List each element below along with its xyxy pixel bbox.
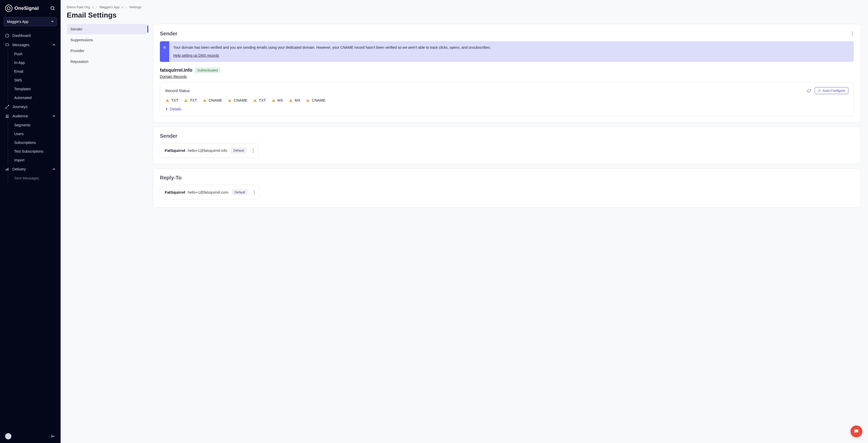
nav-journeys[interactable]: Journeys <box>0 102 61 112</box>
record-item: TXT <box>184 98 197 102</box>
nav-email[interactable]: Email <box>8 67 61 76</box>
svg-rect-10 <box>8 168 8 171</box>
nav-test-subscriptions[interactable]: Test Subscriptions <box>8 147 61 156</box>
nav-sms-label: SMS <box>14 78 22 82</box>
svg-point-15 <box>164 46 165 47</box>
details-toggle[interactable]: Details <box>165 107 848 111</box>
svg-line-1 <box>54 9 55 10</box>
default-tag: Default <box>232 189 248 195</box>
reply-to-card: Reply-To FatSquirrel hello+1@fatsquirrel… <box>153 168 861 208</box>
breadcrumb-org[interactable]: Demo Paid Org <box>67 5 94 9</box>
nav-import[interactable]: Import <box>8 156 61 164</box>
reply-to-email: hello+1@fatsquirrel.com <box>188 190 228 194</box>
app-selector[interactable]: Maggie's App <box>4 17 57 26</box>
sender-section-more-button[interactable] <box>851 30 854 37</box>
nav-dashboard-label: Dashboard <box>12 34 31 38</box>
refresh-icon <box>807 89 811 93</box>
nav-audience[interactable]: Audience <box>0 112 61 121</box>
tab-sender[interactable]: Sender <box>67 24 147 34</box>
warning-icon <box>272 98 276 102</box>
tab-reputation[interactable]: Reputation <box>67 57 147 67</box>
warning-icon <box>253 98 257 102</box>
settings-tabs: Sender Suppressions Provider Reputation <box>67 24 147 208</box>
user-avatar[interactable] <box>5 433 11 439</box>
collapse-icon <box>51 434 56 439</box>
nav-inapp-label: In-App <box>14 61 25 65</box>
sender-section-title: Sender <box>160 31 178 37</box>
svg-point-11 <box>852 32 853 32</box>
svg-rect-8 <box>6 169 6 170</box>
record-item: CNAME <box>228 98 247 102</box>
svg-rect-9 <box>7 168 7 170</box>
breadcrumb-separator: › <box>126 5 127 9</box>
refresh-records-button[interactable] <box>807 89 811 93</box>
journeys-icon <box>5 105 9 109</box>
svg-point-13 <box>852 35 853 36</box>
brand-logo[interactable]: OneSignal <box>5 5 39 12</box>
nav-templates[interactable]: Templates <box>8 85 61 93</box>
nav-test-subscriptions-label: Test Subscriptions <box>14 149 43 153</box>
nav-sent-messages[interactable]: Sent Messages <box>8 174 61 183</box>
warning-icon <box>203 98 207 102</box>
caret-down-icon <box>51 20 54 23</box>
main-content: Demo Paid Org › Maggie's App › Settings … <box>61 0 868 443</box>
nav-sms[interactable]: SMS <box>8 76 61 85</box>
tab-sender-label: Sender <box>70 27 83 31</box>
reply-to-item-more-button[interactable] <box>254 190 255 194</box>
nav-delivery[interactable]: Delivery <box>0 164 61 174</box>
record-status-box: Record Status Auto-Configure <box>160 82 854 116</box>
collapse-sidebar-button[interactable] <box>51 434 56 439</box>
record-item: TXT <box>253 98 266 102</box>
nav-inapp[interactable]: In-App <box>8 58 61 67</box>
chevron-up-icon <box>52 168 56 171</box>
svg-point-4 <box>5 108 6 108</box>
warning-icon <box>184 98 188 102</box>
breadcrumb-page: Settings <box>129 5 141 9</box>
nav-users[interactable]: Users <box>8 129 61 138</box>
tab-suppressions[interactable]: Suppressions <box>67 35 147 45</box>
svg-point-0 <box>51 6 54 9</box>
auto-configure-button[interactable]: Auto-Configure <box>815 87 848 94</box>
sender-item-more-button[interactable] <box>253 149 254 153</box>
dashboard-icon <box>5 34 9 38</box>
details-label: Details <box>170 107 181 111</box>
record-item: TXT <box>165 98 178 102</box>
svg-point-19 <box>253 152 254 152</box>
auth-badge: Authenticated <box>195 68 220 73</box>
svg-point-22 <box>254 193 255 194</box>
breadcrumb-app[interactable]: Maggie's App <box>99 5 124 9</box>
nav-automated[interactable]: Automated <box>8 93 61 102</box>
svg-point-6 <box>6 115 7 116</box>
chevron-up-icon <box>52 115 56 118</box>
tab-provider-label: Provider <box>70 49 84 53</box>
alert-help-link[interactable]: Help setting up DNS records <box>173 53 219 58</box>
svg-point-20 <box>254 190 255 191</box>
support-chat-button[interactable] <box>850 425 862 437</box>
info-icon <box>160 41 169 62</box>
messages-icon <box>5 43 9 47</box>
nav-messages[interactable]: Messages <box>0 40 61 50</box>
domain-alert: Your domain has been verified and you ar… <box>160 41 854 62</box>
nav-push[interactable]: Push <box>8 50 61 58</box>
sender-domain-card: Sender Your domain has been verified and… <box>153 24 861 123</box>
search-button[interactable] <box>50 5 56 11</box>
domain-records-link[interactable]: Domain Records <box>160 74 187 78</box>
nav-users-label: Users <box>14 132 24 136</box>
nav-subscriptions[interactable]: Subscriptions <box>8 138 61 147</box>
nav-import-label: Import <box>14 158 25 162</box>
wand-icon <box>818 89 821 92</box>
svg-point-21 <box>254 192 255 193</box>
tab-provider[interactable]: Provider <box>67 45 147 56</box>
nav-segments[interactable]: Segments <box>8 121 61 129</box>
more-vertical-icon <box>852 31 853 36</box>
sender-entry-card: Sender FatSquirrel hello+1@fatsquirrel.i… <box>153 127 861 164</box>
reply-to-name: FatSquirrel <box>165 190 185 194</box>
svg-point-12 <box>852 33 853 34</box>
chevron-right-icon <box>165 108 168 110</box>
record-status-label: Record Status <box>165 89 190 93</box>
nav-dashboard[interactable]: Dashboard <box>0 31 61 40</box>
nav-push-label: Push <box>14 52 23 56</box>
tab-suppressions-label: Suppressions <box>70 38 93 42</box>
record-item: MX <box>289 98 301 102</box>
record-item: MX <box>272 98 283 102</box>
